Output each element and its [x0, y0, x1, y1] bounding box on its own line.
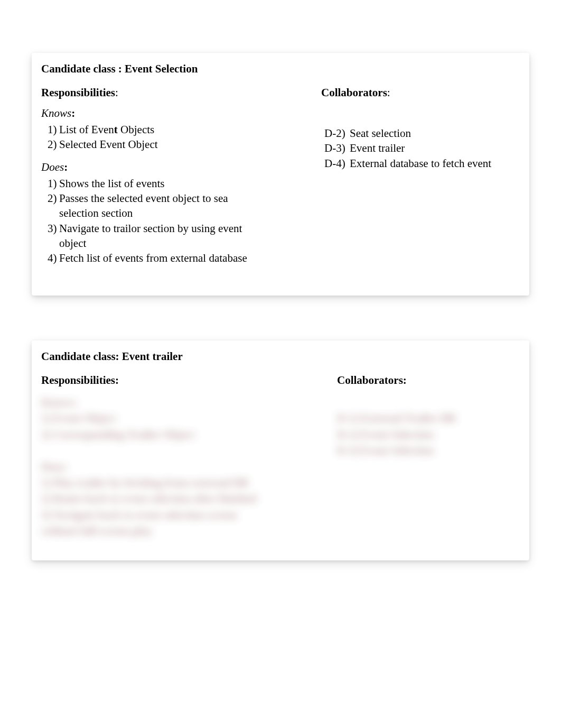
collab-tag: D-2): [324, 126, 350, 141]
blur-line: 2) Corresponding Trailer Object: [41, 427, 337, 443]
list-item: 4) Fetch list of events from external da…: [59, 251, 316, 265]
blur-line: Does:: [41, 459, 337, 475]
blur-line: [337, 394, 520, 410]
item-number: 1): [48, 176, 57, 191]
colon: :: [115, 86, 118, 99]
blur-line: 3) Navigate back to event selection scre…: [41, 507, 337, 523]
does-list: 1) Shows the list of events 2) Passes th…: [41, 176, 316, 266]
collaborators-label: Collaborators:: [337, 374, 407, 386]
blur-line: 1) Play trailer by fetching from externa…: [41, 475, 337, 491]
knows-heading: Knows:: [41, 107, 316, 120]
item-text-b: Objects: [118, 123, 154, 136]
collaborators-heading: Collaborators:: [321, 86, 520, 99]
collab-text: External database to fetch event: [350, 156, 491, 171]
colon: :: [387, 86, 390, 99]
crc-card-event-selection: Candidate class : Event Selection Respon…: [32, 53, 529, 296]
item-text-bold: t: [114, 123, 118, 136]
blur-line: D-3) Event Selection: [337, 443, 520, 458]
item-number: 2): [48, 191, 57, 206]
responsibilities-heading: Responsibilities:: [41, 374, 337, 387]
card-title: Candidate class : Event Selection: [41, 62, 520, 76]
collab-text: Seat selection: [350, 126, 411, 141]
collab-tag: D-4): [324, 156, 350, 171]
blur-line: 1) Event Object: [41, 410, 337, 426]
responsibilities-label: Responsibilities: [41, 86, 115, 99]
bold-colon: :: [71, 107, 75, 119]
card-columns: Responsibilities: Knows: 1) List of Even…: [41, 86, 520, 274]
blur-line: D-1) External Trailer DB: [337, 410, 520, 426]
item-text: Selected Event Object: [59, 138, 158, 151]
collaborators-heading: Collaborators:: [337, 374, 520, 387]
list-item: 3) Navigate to trailor section by using …: [59, 221, 316, 251]
item-number: 2): [48, 137, 57, 152]
collab-tag: D-3): [324, 141, 350, 155]
collaborators-label: Collaborators: [321, 86, 387, 99]
does-heading: Does:: [41, 161, 316, 174]
blur-line: 2) Route back to event selection after f…: [41, 491, 337, 506]
blurred-content: Knows: 1) Event Object 2) Corresponding …: [41, 394, 337, 539]
collab-text: Event trailer: [350, 141, 405, 155]
bold-colon: :: [64, 161, 68, 173]
card-title: Candidate class: Event trailer: [41, 350, 520, 363]
collaborators-column: Collaborators: D-2) Seat selection D-3) …: [321, 86, 520, 274]
responsibilities-column: Responsibilities: Knows: 1) Event Object…: [41, 374, 337, 539]
item-number: 3): [48, 221, 57, 236]
item-text: Passes the selected event object to sea …: [59, 192, 228, 219]
title-prefix: Candidate class :: [41, 62, 125, 75]
item-text: Shows the list of events: [59, 177, 165, 190]
blurred-content: D-1) External Trailer DB D-2) Event Sele…: [337, 394, 520, 459]
blur-line: Knows:: [41, 394, 337, 410]
list-item: D-3) Event trailer: [324, 141, 520, 155]
list-item: 2) Passes the selected event object to s…: [59, 191, 316, 221]
blur-line: D-2) Event Selection: [337, 427, 520, 443]
item-number: 1): [48, 122, 57, 137]
item-text: Fetch list of events from external datab…: [59, 252, 247, 264]
blur-line: without full screen play: [41, 523, 337, 539]
responsibilities-heading: Responsibilities:: [41, 86, 316, 99]
list-item: 2) Selected Event Object: [59, 137, 316, 152]
title-class-name: Event Selection: [125, 62, 198, 75]
responsibilities-column: Responsibilities: Knows: 1) List of Even…: [41, 86, 321, 274]
responsibilities-label: Responsibilities:: [41, 374, 119, 386]
card-columns: Responsibilities: Knows: 1) Event Object…: [41, 374, 520, 539]
knows-label: Knows: [41, 107, 71, 119]
collaborators-list: D-2) Seat selection D-3) Event trailer D…: [321, 126, 520, 171]
item-text: Navigate to trailor section by using eve…: [59, 222, 242, 250]
list-item: D-4) External database to fetch event: [324, 156, 520, 171]
blur-line: [41, 443, 337, 458]
crc-card-event-trailer: Candidate class: Event trailer Responsib…: [32, 340, 529, 560]
collaborators-column: Collaborators: D-1) External Trailer DB …: [337, 374, 520, 539]
list-item: 1) List of Event Objects: [59, 122, 316, 137]
list-item: 1) Shows the list of events: [59, 176, 316, 191]
spacer: [321, 107, 520, 126]
item-number: 4): [48, 251, 57, 265]
does-label: Does: [41, 161, 64, 173]
knows-list: 1) List of Event Objects 2) Selected Eve…: [41, 122, 316, 152]
item-text-a: List of Even: [59, 123, 114, 136]
list-item: D-2) Seat selection: [324, 126, 520, 141]
